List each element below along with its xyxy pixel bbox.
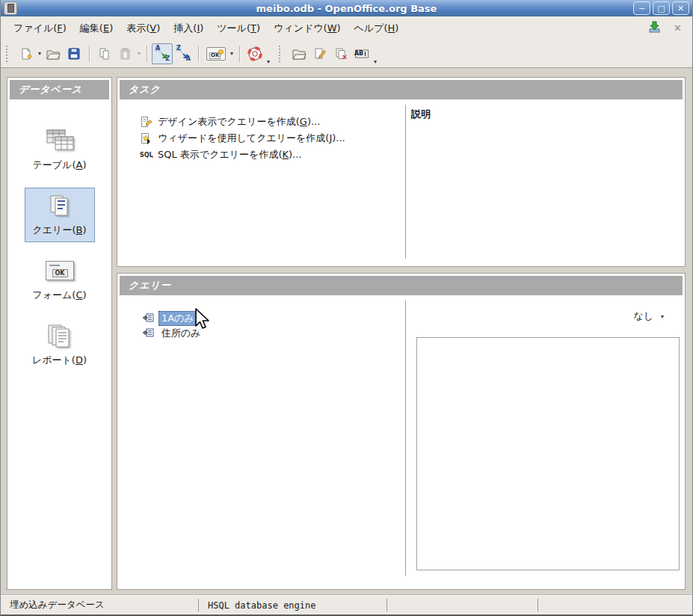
statusbar-cell [538,599,692,612]
statusbar: 埋め込みデータベース HSQL database engine [1,595,692,615]
menu-view[interactable]: 表示(V) [120,19,167,38]
queries-icon [45,193,75,218]
tasks-panel: タスク デザイン表示でクエリーを作成(G)... [117,77,686,267]
preview-area [416,337,680,570]
form-ok-button[interactable]: OK [203,43,229,64]
menu-file[interactable]: ファイル(F) [7,19,73,38]
task-create-query-wizard[interactable]: ウィザードを使用してクエリーを作成(J)... [140,130,685,147]
sidebar-item-label: フォーム(C) [32,289,86,302]
document-update-icon[interactable] [647,21,662,35]
query-wizard-icon [140,132,153,145]
task-label: ウィザードを使用してクエリーを作成(J)... [158,132,345,145]
sort-ascending-button[interactable]: A Z [152,43,173,64]
toolbar-separator [89,46,90,62]
form-ok-dropdown[interactable]: ▾ [229,50,235,57]
tasks-description-divider [405,105,406,259]
lifebuoy-icon [247,46,262,61]
task-label: デザイン表示でクエリーを作成(G)... [158,115,320,129]
task-create-query-sql[interactable]: SQL SQL 表示でクエリーを作成(K)... [140,147,685,163]
statusbar-cell [387,599,538,612]
toolbar-separator [147,46,147,62]
sidebar-item-reports[interactable]: レポート(D) [24,318,95,372]
open-database-object-button[interactable] [289,43,309,64]
toolbar: ▾ [1,40,692,68]
menu-window[interactable]: ウィンドウ(W) [267,19,348,38]
sort-descending-button[interactable]: Z A [173,43,194,64]
reports-icon [44,323,76,348]
window-title: meibo.odb - OpenOffice.org Base [1,3,692,14]
sidebar-item-forms[interactable]: OK フォーム(C) [24,253,94,307]
sidebar-item-queries[interactable]: クエリー(B) [25,188,95,242]
mouse-cursor [193,308,211,333]
close-button[interactable]: ✕ [672,1,689,15]
new-document-button[interactable] [16,43,37,64]
preview-mode-select[interactable]: なし ▾ [633,309,665,323]
database-sidebar: データベース [7,77,112,590]
tables-icon [43,128,76,153]
menu-edit[interactable]: 編集(E) [73,19,120,38]
delete-object-button[interactable]: ✕ [330,43,351,64]
sidebar-item-label: クエリー(B) [33,224,87,237]
delete-x-glyph: ✕ [342,53,348,61]
toolbar-grip[interactable] [279,46,284,62]
query-item-label: 1Aのみ [158,311,197,326]
rename-label: AB [354,50,363,57]
open-button[interactable] [43,43,64,64]
menubar: ファイル(F) 編集(E) 表示(V) 挿入(I) ツール(T) ウィンドウ(W… [1,16,692,40]
help-button[interactable] [244,43,265,64]
task-label: SQL 表示でクエリーを作成(K)... [158,148,301,161]
menu-help[interactable]: ヘルプ(H) [348,19,406,38]
bulb-icon [218,49,224,55]
maximize-button[interactable]: □ [653,1,670,15]
tasks-header: タスク [120,80,683,99]
queries-header: クエリー [120,276,683,295]
toolbar-separator [239,46,240,62]
forms-icon: OK [46,258,74,283]
toolbar-overflow-dropdown[interactable]: ▾ [372,58,378,65]
new-document-dropdown[interactable]: ▾ [37,50,43,57]
preview-mode-value: なし [633,309,653,323]
document-close-icon[interactable]: ✕ [674,22,682,34]
copy-button[interactable] [94,43,115,64]
chevron-down-icon: ▾ [659,313,665,320]
sidebar-item-tables[interactable]: テーブル(A) [25,123,95,177]
queries-preview-divider [405,301,406,576]
edit-object-button[interactable] [309,43,330,64]
statusbar-engine: HSQL database engine [199,599,387,612]
sidebar-item-label: テーブル(A) [33,158,87,172]
query-icon [142,313,154,324]
save-button[interactable] [64,43,84,64]
base-window: meibo.odb - OpenOffice.org Base ─ □ ✕ ファ… [0,0,693,616]
menu-tools[interactable]: ツール(T) [210,19,267,38]
paste-button[interactable] [115,43,136,64]
query-icon [142,328,154,339]
query-item-1a[interactable]: 1Aのみ [142,311,197,326]
minimize-button[interactable]: ─ [633,1,650,15]
sql-view-icon: SQL [140,149,153,161]
menu-insert[interactable]: 挿入(I) [167,19,210,38]
query-design-icon [140,116,153,129]
paste-dropdown[interactable]: ▾ [136,50,142,57]
statusbar-database-type: 埋め込みデータベース [1,599,199,612]
toolbar-grip[interactable] [6,46,11,62]
description-header: 説明 [411,108,431,121]
sidebar-item-label: レポート(D) [32,354,87,367]
toolbar-separator [198,46,199,62]
sidebar-header: データベース [10,80,109,99]
rename-object-button[interactable]: AB [351,43,372,64]
toolbar-overflow-dropdown[interactable]: ▾ [265,58,271,65]
titlebar[interactable]: meibo.odb - OpenOffice.org Base ─ □ ✕ [1,0,692,16]
